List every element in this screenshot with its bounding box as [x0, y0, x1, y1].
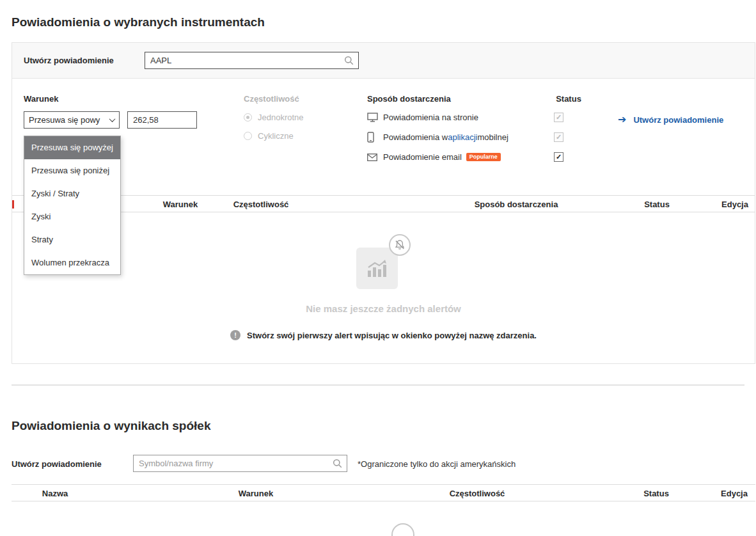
empty-state-illustration: [356, 234, 411, 294]
section-divider: [12, 384, 744, 386]
info-icon: !: [230, 330, 240, 340]
earnings-create-form: Utwórz powiadomienie *Ograniczone tylko …: [12, 455, 744, 473]
earnings-col-status: Status: [643, 489, 669, 498]
alerts-col-czestotliwosc: Częstotliwość: [233, 200, 289, 209]
delivery-row-mobile: Powiadomienia w aplikacji mobilnej ✓: [367, 131, 588, 143]
delivery-site-label: Powiadomienia na stronie: [383, 113, 478, 122]
popular-badge: Popularne: [466, 153, 501, 161]
phone-icon: [367, 132, 383, 143]
radio-unchecked-icon: [244, 132, 252, 140]
frequency-option-recurring[interactable]: Cykliczne: [244, 131, 304, 141]
monitor-icon: [367, 113, 383, 122]
panel-header: Utwórz powiadomienie: [12, 43, 755, 79]
delivery-titles: Sposób dostarczenia Status: [367, 94, 588, 104]
dropdown-option-below[interactable]: Przesuwa się poniżej: [24, 159, 120, 182]
earnings-restriction-note: *Ograniczone tylko do akcji amerykańskic…: [358, 459, 516, 469]
delivery-mobile-label-pre: Powiadomienia w: [383, 132, 448, 142]
earnings-table-header: Nazwa Warunek Częstotliwość Status Edycj…: [12, 484, 755, 501]
create-alert-submit-label: Utwórz powiadomienie: [633, 115, 723, 125]
delivery-row-site: Powiadomienia na stronie ✓: [367, 111, 588, 123]
mobile-app-link[interactable]: aplikacji: [448, 132, 477, 142]
dropdown-option-above[interactable]: Przesuwa się powyżej: [24, 136, 120, 159]
search-icon: [333, 459, 347, 468]
delivery-email-label: Powiadomienie email: [383, 152, 462, 162]
earnings-col-edycja: Edycja: [721, 489, 748, 498]
empty-state-hint-row: ! Stwórz swój pierwszy alert wpisując w …: [12, 330, 755, 340]
arrow-right-icon: ➔: [618, 114, 626, 125]
empty-state-title: Nie masz jeszcze żadnych alertów: [12, 303, 755, 314]
earnings-search-input[interactable]: [134, 455, 333, 471]
frequency-column: Częstotliwość Jednokrotne Cykliczne: [244, 94, 304, 141]
condition-column: Warunek Przesuwa się powy Przesuwa się p…: [24, 94, 216, 129]
radio-checked-disabled-icon: [244, 113, 252, 122]
status-title: Status: [549, 94, 588, 104]
alerts-col-edycja: Edycja: [721, 200, 748, 209]
envelope-icon: [367, 154, 383, 161]
search-icon: [344, 56, 358, 65]
checkbox-site-checked-disabled[interactable]: ✓: [554, 113, 563, 122]
dropdown-option-gain[interactable]: Zyski: [24, 205, 120, 228]
alert-config-row: Warunek Przesuwa się powy Przesuwa się p…: [12, 79, 755, 195]
dropdown-option-loss[interactable]: Straty: [24, 228, 120, 251]
earnings-col-czestotliwosc: Częstotliwość: [450, 489, 505, 498]
earnings-search-box: [133, 455, 347, 472]
alerts-col-warunek: Warunek: [163, 200, 198, 209]
condition-dropdown: Przesuwa się powyżej Przesuwa się poniże…: [24, 136, 121, 275]
checkbox-mobile-checked-disabled[interactable]: ✓: [554, 132, 563, 142]
delivery-mobile-label-post: mobilnej: [477, 132, 508, 142]
create-alert-panel: × Utwórz powiadomienie Warunek Przesuwa: [12, 42, 755, 364]
condition-title: Warunek: [24, 94, 216, 104]
checkbox-email-checked[interactable]: ✓: [554, 152, 563, 162]
dropdown-option-gain-loss[interactable]: Zyski / Straty: [24, 182, 120, 205]
frequency-option-once-label: Jednokrotne: [258, 113, 304, 122]
symbol-search-input[interactable]: [145, 52, 344, 68]
alerts-col-sposob: Sposób dostarczenia: [475, 200, 558, 209]
section-title-instruments: Powiadomienia o wybranych instrumentach: [12, 15, 265, 29]
dropdown-option-volume[interactable]: Wolumen przekracza: [24, 251, 120, 274]
condition-select[interactable]: Przesuwa się powy: [24, 111, 120, 129]
section-title-earnings: Powiadomienia o wynikach spółek: [12, 419, 210, 433]
delivery-title: Sposób dostarczenia: [367, 94, 549, 104]
frequency-option-recurring-label: Cykliczne: [258, 131, 294, 141]
create-alert-submit[interactable]: ➔ Utwórz powiadomienie: [618, 114, 723, 125]
earnings-col-nazwa: Nazwa: [42, 489, 68, 498]
chart-icon: [356, 248, 398, 289]
delivery-row-email: Powiadomienie email Popularne ✓: [367, 151, 588, 163]
earnings-empty-bell-circle: [391, 523, 414, 536]
earnings-col-warunek: Warunek: [239, 489, 273, 498]
table-header-red-marker: [12, 200, 14, 209]
alerts-col-status: Status: [644, 200, 670, 209]
earnings-create-label: Utwórz powiadomienie: [12, 459, 102, 469]
frequency-option-once[interactable]: Jednokrotne: [244, 113, 304, 122]
symbol-search-box: [145, 52, 359, 69]
alerts-empty-state: Nie masz jeszcze żadnych alertów ! Stwór…: [12, 234, 755, 386]
bell-slash-icon: [389, 234, 411, 256]
alerts-page: Powiadomienia o wybranych instrumentach …: [0, 0, 756, 536]
delivery-column: Sposób dostarczenia Status Powiadomienia…: [367, 94, 588, 163]
frequency-title: Częstotliwość: [244, 94, 304, 104]
empty-state-hint-text: Stwórz swój pierwszy alert wpisując w ok…: [247, 331, 537, 340]
chevron-down-icon: [109, 116, 116, 122]
create-alert-label: Utwórz powiadomienie: [24, 56, 114, 65]
condition-controls: Przesuwa się powy: [24, 111, 216, 129]
alerts-table-header: Warunek Częstotliwość Sposób dostarczeni…: [12, 195, 755, 212]
condition-value-input[interactable]: [127, 111, 197, 129]
condition-select-value: Przesuwa się powy: [29, 115, 107, 125]
